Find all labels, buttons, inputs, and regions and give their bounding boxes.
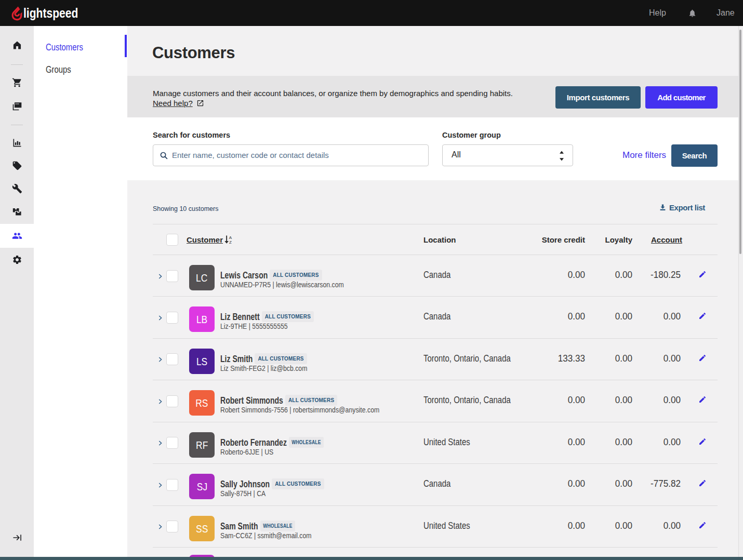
svg-text:Z: Z xyxy=(229,240,232,244)
svg-text:A: A xyxy=(229,235,232,240)
